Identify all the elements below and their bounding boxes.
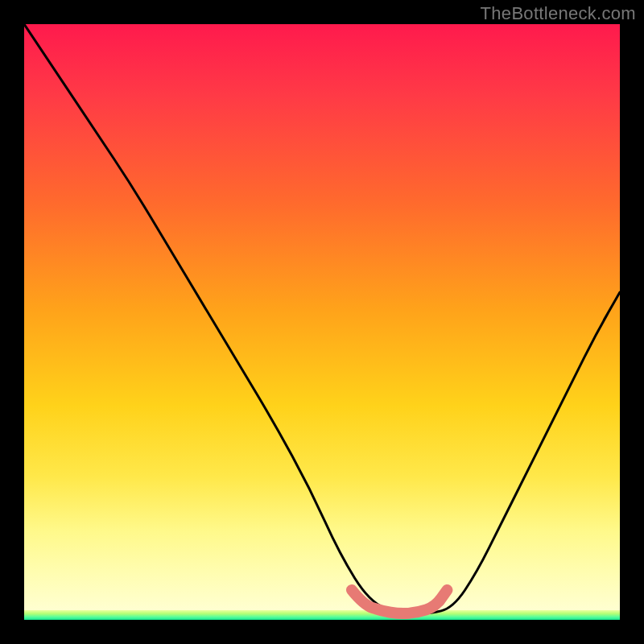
bottleneck-curve: [24, 24, 620, 614]
watermark-text: TheBottleneck.com: [481, 3, 636, 24]
plot-area: [24, 24, 620, 620]
chart-frame: TheBottleneck.com: [0, 0, 644, 644]
curve-layer: [24, 24, 620, 620]
